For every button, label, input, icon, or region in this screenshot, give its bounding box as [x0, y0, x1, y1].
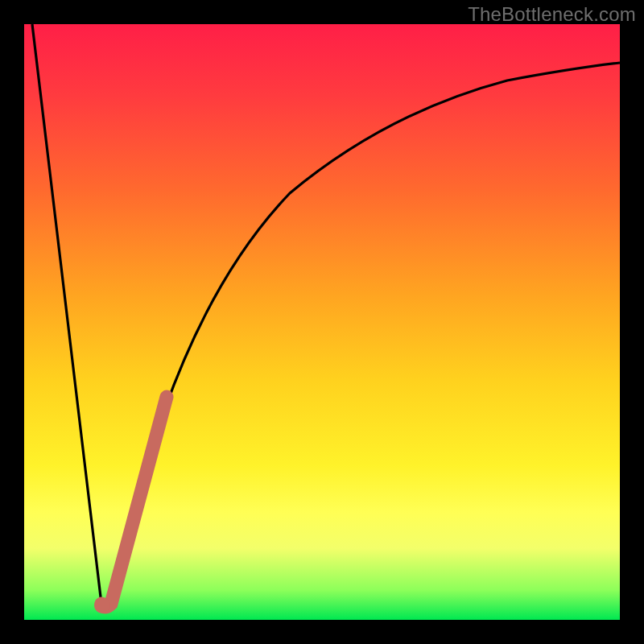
bottleneck-curve-line [32, 24, 620, 607]
highlight-end-dot [94, 597, 110, 613]
highlight-segment [101, 397, 167, 607]
watermark-text: TheBottleneck.com [468, 3, 636, 26]
curve-svg [24, 24, 620, 620]
chart-frame: TheBottleneck.com [0, 0, 644, 644]
plot-area [24, 24, 620, 620]
